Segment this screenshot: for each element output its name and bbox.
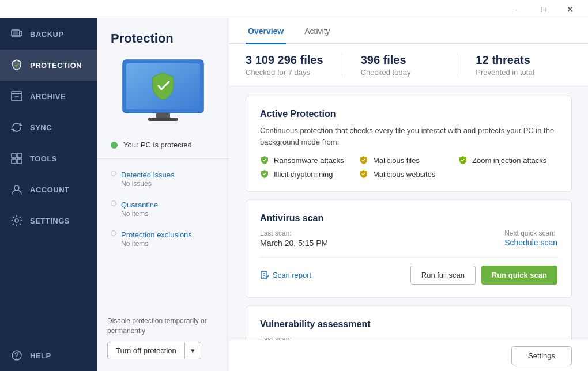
sidebar-label-archive: ARCHIVE	[30, 92, 66, 101]
scan-info: Last scan: March 20, 5:15 PM Next quick …	[260, 229, 557, 248]
monitor-image	[97, 55, 229, 136]
settings-button[interactable]: Settings	[511, 346, 572, 365]
disable-text: Disable protection temporarily or perman…	[107, 316, 218, 336]
svg-rect-10	[17, 159, 22, 164]
svg-rect-7	[12, 153, 16, 158]
turn-off-label: Turn off protection	[108, 342, 184, 359]
status-text: Your PC is protected	[123, 141, 192, 149]
sidebar-label-sync: SYNC	[30, 123, 52, 132]
feature-zoom-label: Zoom injection attacks	[472, 156, 546, 165]
sidebar-label-account: ACCOUNT	[30, 186, 70, 194]
vulnerability-info: Last scan: March 20, 5:15 PM	[260, 335, 557, 340]
content-area: Protection	[97, 18, 588, 371]
feature-ransomware: Ransomware attacks	[260, 156, 359, 165]
sync-icon	[10, 121, 23, 134]
feature-cryptomining: Illicit cryptomining	[260, 169, 359, 179]
minimize-button[interactable]: —	[504, 0, 530, 18]
stat-files-number: 3 109 296 files	[246, 54, 342, 67]
stat-checked-today: 396 files Checked today	[342, 54, 457, 77]
sidebar-item-help[interactable]: HELP	[0, 340, 97, 371]
disable-section: Disable protection temporarily or perman…	[97, 307, 229, 371]
tab-activity[interactable]: Activity	[302, 18, 332, 44]
run-full-scan-button[interactable]: Run full scan	[410, 266, 476, 285]
shield-lime-icon	[458, 156, 468, 165]
last-scan-value: March 20, 5:15 PM	[260, 238, 328, 248]
last-scan-label: Last scan:	[260, 229, 328, 237]
title-bar: — □ ✕	[0, 0, 588, 18]
protection-icon	[10, 59, 23, 71]
schedule-scan-link[interactable]: Schedule scan	[504, 238, 557, 247]
main-content: Overview Activity 3 109 296 files Checke…	[229, 18, 588, 371]
bullet-quarantine	[111, 200, 116, 206]
sidebar-item-archive[interactable]: ARCHIVE	[0, 81, 97, 112]
exclusions-sub: No items	[121, 240, 192, 248]
bottom-bar: Settings	[229, 340, 588, 371]
feature-malicious-files-label: Malicious files	[373, 156, 420, 165]
detected-issues-item: Detected issues No issues	[97, 164, 229, 194]
sidebar-label-help: HELP	[30, 351, 51, 360]
settings-icon	[10, 214, 23, 227]
feature-zoom-injection: Zoom injection attacks	[458, 156, 557, 165]
features-grid: Ransomware attacks Malicious files	[260, 156, 557, 179]
scan-report-text: Scan report	[273, 271, 311, 279]
app-container: BACKUP PROTECTION ARCHIVE	[0, 18, 588, 371]
vulnerability-title: Vulnerability assessment	[260, 319, 557, 330]
exclusions-link[interactable]: Protection exclusions	[121, 230, 192, 239]
scan-report-link[interactable]: Scan report	[260, 271, 311, 280]
svg-rect-2	[20, 31, 22, 36]
sidebar-item-settings[interactable]: SETTINGS	[0, 205, 97, 236]
protection-links: Detected issues No issues Quarantine No …	[97, 158, 229, 258]
stat-threats: 12 threats Prevented in total	[457, 54, 572, 77]
close-button[interactable]: ✕	[557, 0, 583, 18]
svg-rect-19	[148, 118, 178, 121]
feature-ransomware-label: Ransomware attacks	[274, 156, 344, 165]
svg-rect-8	[17, 153, 22, 158]
tabs-bar: Overview Activity	[229, 18, 588, 44]
next-scan-col: Next quick scan: Schedule scan	[504, 229, 557, 248]
stat-today-number: 396 files	[361, 54, 457, 67]
vulnerability-card: Vulnerability assessment Last scan: Marc…	[246, 306, 572, 340]
svg-rect-9	[12, 159, 16, 164]
next-scan-label: Next quick scan:	[504, 229, 557, 237]
sidebar-label-protection: PROTECTION	[30, 61, 82, 70]
status-indicator: Your PC is protected	[97, 136, 229, 158]
tools-icon	[10, 152, 23, 165]
protection-panel: Protection	[97, 18, 229, 371]
stat-threats-label: Prevented in total	[476, 68, 572, 77]
sidebar-item-tools[interactable]: TOOLS	[0, 143, 97, 174]
maximize-button[interactable]: □	[530, 0, 557, 18]
protection-panel-title: Protection	[97, 18, 229, 55]
run-quick-scan-button[interactable]: Run quick scan	[481, 266, 557, 285]
quarantine-sub: No items	[121, 210, 158, 218]
active-protection-title: Active Protection	[260, 109, 557, 119]
bullet-detected	[111, 171, 116, 176]
stat-files-checked: 3 109 296 files Checked for 7 days	[246, 54, 342, 77]
scrollable-area: Active Protection Continuous protection …	[229, 86, 588, 340]
sidebar-item-sync[interactable]: SYNC	[0, 112, 97, 143]
status-dot	[111, 142, 118, 149]
sidebar-label-backup: BACKUP	[30, 30, 64, 39]
vuln-scan-col: Last scan: March 20, 5:15 PM	[260, 335, 328, 340]
sidebar-item-protection[interactable]: PROTECTION	[0, 50, 97, 81]
shield-green-icon	[260, 156, 269, 165]
svg-rect-1	[13, 31, 18, 35]
sidebar-item-account[interactable]: ACCOUNT	[0, 174, 97, 205]
scan-buttons: Run full scan Run quick scan	[410, 266, 557, 285]
help-icon	[10, 349, 23, 362]
antivirus-scan-card: Antivirus scan Last scan: March 20, 5:15…	[246, 200, 572, 298]
vuln-last-scan-label: Last scan:	[260, 335, 328, 340]
detected-issues-link[interactable]: Detected issues	[121, 171, 175, 179]
quarantine-link[interactable]: Quarantine	[121, 200, 158, 209]
turn-off-protection-button[interactable]: Turn off protection ▾	[107, 342, 201, 359]
feature-malicious-websites-label: Malicious websites	[373, 170, 435, 179]
sidebar-item-backup[interactable]: BACKUP	[0, 18, 97, 50]
tab-overview[interactable]: Overview	[246, 18, 286, 44]
svg-rect-5	[12, 92, 22, 94]
active-protection-card: Active Protection Continuous protection …	[246, 96, 572, 192]
last-scan-col: Last scan: March 20, 5:15 PM	[260, 229, 328, 248]
stats-bar: 3 109 296 files Checked for 7 days 396 f…	[229, 44, 588, 86]
feature-cryptomining-label: Illicit cryptomining	[274, 170, 333, 179]
chevron-down-icon: ▾	[184, 342, 201, 359]
feature-malicious-files: Malicious files	[359, 156, 458, 165]
shield-green2-icon	[260, 169, 269, 179]
